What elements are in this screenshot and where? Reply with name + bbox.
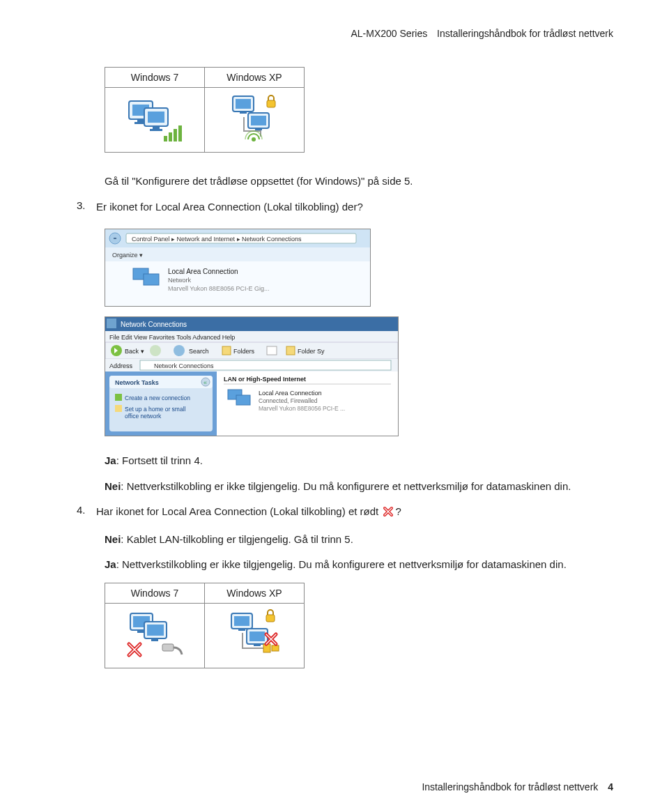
svg-rect-77 xyxy=(162,644,174,651)
svg-rect-44 xyxy=(222,346,231,355)
svg-rect-5 xyxy=(148,112,164,123)
svg-text:LAN or High-Speed Internet: LAN or High-Speed Internet xyxy=(224,376,306,383)
svg-rect-46 xyxy=(267,346,277,355)
win7-disabled-icon-cell xyxy=(105,603,205,668)
nei-line: Nei: Nettverkstilkobling er ikke tilgjen… xyxy=(105,479,613,495)
monitors-wifi-icon xyxy=(123,95,186,144)
svg-rect-76 xyxy=(151,638,158,641)
svg-text:Local Area Connection: Local Area Connection xyxy=(168,268,238,275)
svg-rect-28 xyxy=(144,274,159,285)
svg-rect-34 xyxy=(107,319,116,328)
winxp-network-connections-screenshot: Network Connections File Edit View Favor… xyxy=(105,316,399,436)
page-header: AL-MX200 Series Installeringshåndbok for… xyxy=(77,28,613,39)
svg-rect-61 xyxy=(115,405,122,412)
red-x-icon xyxy=(383,506,394,522)
svg-text:Local Area Connection: Local Area Connection xyxy=(259,390,322,397)
svg-text:Search: Search xyxy=(189,348,209,355)
svg-point-19 xyxy=(252,137,256,141)
svg-text:Network Connections: Network Connections xyxy=(121,321,187,328)
svg-rect-7 xyxy=(150,129,162,131)
svg-text:office network: office network xyxy=(125,413,162,420)
svg-text:Network Connections: Network Connections xyxy=(154,362,214,369)
svg-point-41 xyxy=(150,345,161,356)
table-header: Windows XP xyxy=(205,68,305,88)
ja-line: Ja: Fortsett til trinn 4. xyxy=(105,453,613,469)
table-header: Windows 7 xyxy=(105,68,205,88)
svg-rect-2 xyxy=(137,119,144,122)
step-3: 3. Er ikonet for Local Area Connection (… xyxy=(77,199,613,215)
svg-text:Folders: Folders xyxy=(233,348,255,355)
step-number: 3. xyxy=(77,199,89,215)
svg-rect-47 xyxy=(286,346,295,355)
winxp-network-icon-cell xyxy=(205,88,305,153)
monitors-cable-x-icon xyxy=(123,609,186,662)
monitors-lock-wifi-icon xyxy=(223,93,286,146)
svg-rect-17 xyxy=(255,128,262,130)
svg-text:Control Panel  ▸  Network and : Control Panel ▸ Network and Internet ▸ N… xyxy=(132,236,302,243)
svg-text:«: « xyxy=(203,379,207,386)
svg-rect-18 xyxy=(267,100,275,107)
svg-rect-75 xyxy=(147,625,164,636)
svg-rect-25 xyxy=(105,247,370,261)
svg-rect-6 xyxy=(153,126,160,129)
screenshot-group: Control Panel ▸ Network and Internet ▸ N… xyxy=(105,229,613,436)
svg-rect-14 xyxy=(240,112,247,114)
svg-rect-11 xyxy=(178,125,182,141)
svg-rect-16 xyxy=(251,116,266,125)
page-footer: Installeringshåndbok for trådløst nettve… xyxy=(422,781,613,792)
svg-rect-13 xyxy=(236,99,251,109)
table-header: Windows XP xyxy=(205,583,305,603)
monitors-lock-x-icon xyxy=(223,609,286,662)
goto-paragraph: Gå til "Konfigurere det trådløse oppsett… xyxy=(105,174,613,190)
svg-rect-67 xyxy=(236,395,250,405)
footer-title: Installeringshåndbok for trådløst nettve… xyxy=(422,781,598,792)
svg-rect-82 xyxy=(249,631,265,641)
svg-rect-84 xyxy=(266,615,275,622)
nei2-line: Nei: Kablet LAN-tilkobling er tilgjengel… xyxy=(105,532,613,548)
page-number: 4 xyxy=(608,781,613,792)
svg-rect-10 xyxy=(174,129,177,141)
header-title: Installeringshåndbok for trådløst nettve… xyxy=(437,28,613,39)
svg-rect-8 xyxy=(164,136,167,141)
svg-rect-83 xyxy=(254,644,261,646)
svg-text:Back  ▾: Back ▾ xyxy=(125,348,144,355)
svg-text:Create a new connection: Create a new connection xyxy=(125,394,190,401)
svg-text:Network Tasks: Network Tasks xyxy=(115,379,159,386)
svg-rect-86 xyxy=(272,645,279,651)
step-text: Er ikonet for Local Area Connection (Lok… xyxy=(96,199,363,215)
os-icon-table-1: Windows 7 Windows XP xyxy=(105,67,305,153)
os-icon-table-2: Windows 7 Windows XP xyxy=(105,583,305,668)
svg-text:Folder Sy: Folder Sy xyxy=(298,348,325,355)
svg-text:Set up a home or small: Set up a home or small xyxy=(125,406,186,413)
win7-network-connections-screenshot: Control Panel ▸ Network and Internet ▸ N… xyxy=(105,229,371,307)
svg-rect-73 xyxy=(137,630,144,633)
svg-text:Organize ▾: Organize ▾ xyxy=(112,252,143,259)
step-4: 4. Har ikonet for Local Area Connection … xyxy=(77,504,613,522)
svg-rect-80 xyxy=(238,629,245,631)
svg-text:File   Edit   View   Favorites: File Edit View Favorites Tools Advanced … xyxy=(109,334,235,341)
winxp-disabled-icon-cell xyxy=(205,603,305,668)
table-header: Windows 7 xyxy=(105,583,205,603)
svg-rect-79 xyxy=(234,616,249,626)
ja2-line: Ja: Nettverkstilkobling er ikke tilgjeng… xyxy=(105,557,613,573)
svg-point-42 xyxy=(174,345,185,356)
svg-text:Address: Address xyxy=(109,362,133,369)
win7-network-icon-cell xyxy=(105,88,205,153)
svg-rect-9 xyxy=(169,132,172,141)
svg-text:Marvell Yukon 88E8056 PCI-E Gi: Marvell Yukon 88E8056 PCI-E Gig... xyxy=(168,285,269,292)
svg-text:Connected, Firewalled: Connected, Firewalled xyxy=(259,397,318,404)
step-text: Har ikonet for Local Area Connection (Lo… xyxy=(96,504,401,522)
series-label: AL-MX200 Series xyxy=(351,28,427,39)
svg-text:Network: Network xyxy=(168,277,192,284)
step-number: 4. xyxy=(77,504,89,522)
svg-rect-59 xyxy=(115,394,122,401)
svg-text:Marvell Yukon 88E8056 PCI-E ..: Marvell Yukon 88E8056 PCI-E ... xyxy=(259,405,345,412)
